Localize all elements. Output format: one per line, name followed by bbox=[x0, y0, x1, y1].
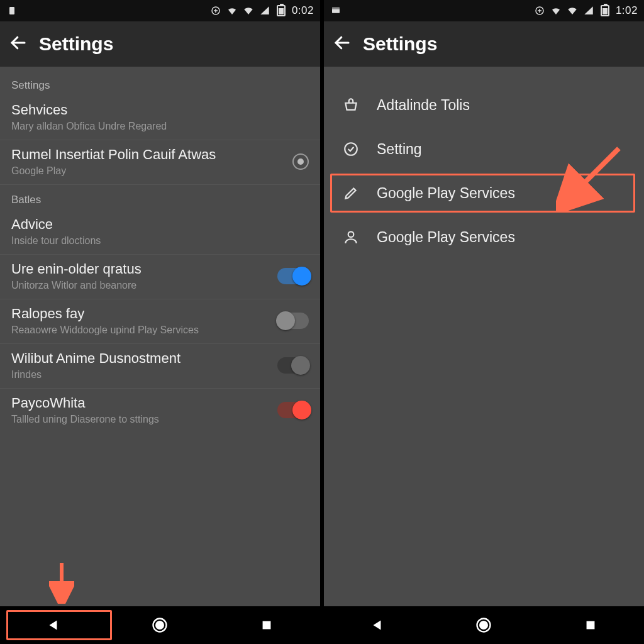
section-label: Batles bbox=[0, 185, 320, 210]
settings-row-google-play[interactable]: Rumel Insertiat Polin Cauif Atwas Google… bbox=[0, 140, 320, 185]
svg-rect-5 bbox=[263, 621, 271, 630]
row-subtitle: Tallled uning Diaserone to sttings bbox=[11, 414, 270, 425]
sim-icon bbox=[6, 5, 18, 16]
toggle-switch[interactable] bbox=[277, 357, 309, 374]
wifi-full-icon bbox=[243, 5, 254, 16]
nav-back-button[interactable] bbox=[340, 611, 415, 639]
window-icon bbox=[330, 5, 341, 16]
nav-recent-button[interactable] bbox=[229, 611, 304, 639]
menu-item-google-play-services[interactable]: Google Play Services bbox=[324, 171, 644, 215]
data-saver-icon bbox=[534, 5, 545, 16]
row-title: Wilibut Anime Dusnostment bbox=[11, 350, 270, 367]
settings-row-payco[interactable]: PaycoWhita Tallled uning Diaserone to st… bbox=[0, 389, 320, 433]
settings-row-ralopes[interactable]: Ralopes fay Reaaowre Widdoogle upind Pla… bbox=[0, 299, 320, 344]
row-subtitle: Inside tour dloctions bbox=[11, 235, 309, 247]
settings-row-services[interactable]: Sehvices Mary alldan Obfica Undre Regare… bbox=[0, 96, 320, 140]
nav-bar bbox=[324, 606, 644, 644]
svg-point-10 bbox=[348, 231, 354, 237]
svg-point-13 bbox=[480, 621, 488, 629]
nav-back-button[interactable] bbox=[16, 611, 91, 639]
battery-icon bbox=[275, 5, 287, 16]
person-icon bbox=[341, 228, 360, 247]
menu-label: Google Play Services bbox=[377, 185, 515, 202]
section-label: Settings bbox=[0, 70, 320, 96]
battery-icon bbox=[599, 5, 611, 16]
svg-rect-7 bbox=[332, 8, 340, 9]
row-title: Sehvices bbox=[11, 102, 309, 118]
signal-icon bbox=[583, 5, 594, 16]
settings-row-advice[interactable]: Advice Inside tour dloctions bbox=[0, 210, 320, 255]
settings-list: Settings Sehvices Mary alldan Obfica Und… bbox=[0, 67, 320, 606]
right-phone: 1:02 Settings Adtalinde Tolis Setting bbox=[324, 0, 644, 644]
page-title: Settings bbox=[39, 33, 113, 55]
wifi-icon bbox=[550, 5, 562, 16]
svg-rect-14 bbox=[587, 621, 595, 630]
toggle-switch[interactable] bbox=[277, 402, 309, 418]
app-bar: Settings bbox=[0, 21, 320, 67]
row-title: Advice bbox=[11, 216, 309, 233]
status-bar: 0:02 bbox=[0, 0, 320, 21]
annotation-arrow-icon bbox=[49, 560, 74, 604]
menu-label: Adtalinde Tolis bbox=[377, 97, 470, 114]
wifi-full-icon bbox=[567, 5, 578, 16]
page-title: Settings bbox=[363, 33, 437, 55]
svg-rect-0 bbox=[9, 7, 14, 14]
menu-label: Google Play Services bbox=[377, 229, 515, 246]
app-bar: Settings bbox=[324, 21, 644, 67]
nav-bar bbox=[0, 606, 320, 644]
basket-icon bbox=[341, 96, 360, 114]
row-subtitle: Irindes bbox=[11, 369, 270, 380]
radio-icon[interactable] bbox=[292, 153, 309, 170]
signal-icon bbox=[259, 5, 270, 16]
row-title: Ralopes fay bbox=[11, 306, 270, 322]
status-bar: 1:02 bbox=[324, 0, 644, 21]
settings-menu: Adtalinde Tolis Setting Google Play Serv… bbox=[324, 67, 644, 606]
settings-row-anime[interactable]: Wilibut Anime Dusnostment Irindes bbox=[0, 344, 320, 389]
row-subtitle: Reaaowre Widdoogle upind Play Services bbox=[11, 325, 270, 336]
svg-point-9 bbox=[345, 143, 357, 155]
row-title: Ure enin-older qratus bbox=[11, 261, 270, 277]
menu-item-adtalinde[interactable]: Adtalinde Tolis bbox=[324, 83, 644, 127]
back-icon[interactable] bbox=[333, 33, 352, 55]
row-subtitle: Unitorza Witlor and beanore bbox=[11, 280, 270, 291]
row-subtitle: Google Play bbox=[11, 165, 285, 177]
clock: 0:02 bbox=[292, 4, 314, 17]
left-phone: 0:02 Settings Settings Sehvices Mary all… bbox=[0, 0, 320, 644]
menu-label: Setting bbox=[377, 141, 422, 158]
toggle-switch[interactable] bbox=[277, 268, 309, 284]
menu-item-google-play-services-2[interactable]: Google Play Services bbox=[324, 215, 644, 259]
toggle-switch[interactable] bbox=[277, 313, 309, 329]
nav-recent-button[interactable] bbox=[553, 611, 628, 639]
settings-row-older-gratus[interactable]: Ure enin-older qratus Unitorza Witlor an… bbox=[0, 255, 320, 299]
svg-point-4 bbox=[157, 621, 164, 629]
menu-item-setting[interactable]: Setting bbox=[324, 127, 644, 171]
nav-home-button[interactable] bbox=[446, 611, 521, 639]
clock: 1:02 bbox=[616, 4, 638, 17]
data-saver-icon bbox=[210, 5, 221, 16]
wifi-icon bbox=[226, 5, 238, 16]
row-subtitle: Mary alldan Obfica Undre Regared bbox=[11, 121, 309, 132]
nav-home-button[interactable] bbox=[122, 611, 197, 639]
checkmark-circle-icon bbox=[341, 140, 360, 158]
row-title: Rumel Insertiat Polin Cauif Atwas bbox=[11, 147, 285, 163]
back-icon[interactable] bbox=[9, 33, 28, 55]
row-title: PaycoWhita bbox=[11, 395, 270, 411]
pencil-icon bbox=[341, 184, 360, 203]
